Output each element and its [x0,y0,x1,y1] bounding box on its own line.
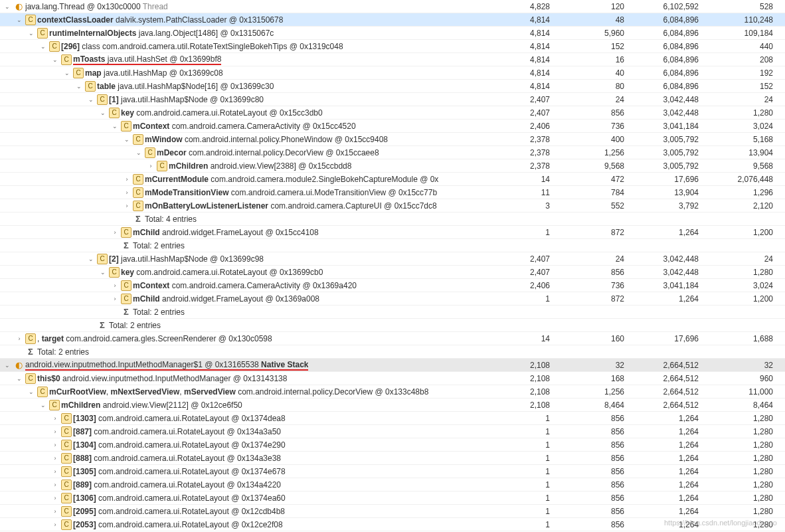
tree-row[interactable]: ⌄CmChildren android.view.View[2112] @ 0x… [0,399,785,412]
tree-row[interactable]: ⌄◐java.lang.Thread @ 0x130c0000 Thread4,… [0,0,785,13]
tree-row[interactable]: ›CmChild android.widget.FrameLayout @ 0x… [0,226,785,239]
tree-row[interactable]: ⌄CcontextClassLoader dalvik.system.PathC… [0,13,785,27]
chevron-right-icon[interactable]: › [110,228,120,237]
tree-row[interactable]: ›CmOnBatteryLowListenerListener com.andr… [0,199,785,213]
chevron-down-icon[interactable]: ⌄ [39,400,48,410]
row-label: runtimeInternalObjects java.lang.Object[… [49,29,274,38]
tree-row[interactable]: ⌄CmCurRootView, mNextServedView, mServed… [0,385,785,399]
chevron-down-icon[interactable]: ⌄ [74,82,84,91]
chevron-right-icon[interactable]: › [122,175,131,184]
chevron-right-icon[interactable]: › [110,294,120,304]
class-icon: C [109,108,120,118]
metric-col-3: 1,264 [636,427,711,436]
metric-col-3: 6,084,896 [636,55,711,64]
chevron-down-icon[interactable]: ⌄ [134,148,143,157]
metric-col-2: 1,256 [562,387,636,397]
tree-row[interactable]: ›C, target com.android.camera.gles.Scree… [0,332,785,345]
row-label: android.view.inputmethod.InputMethodMana… [25,360,308,371]
tree-row[interactable]: ⌄CmWindow com.android.internal.policy.Ph… [0,133,785,146]
row-label: [2095] com.android.camera.ui.RotateLayou… [73,507,285,516]
chevron-down-icon[interactable]: ⌄ [3,361,12,370]
metric-col-3: 6,084,896 [636,68,711,78]
tree-row[interactable]: ⌄Ctable java.util.HashMap$Node[16] @ 0x1… [0,80,785,93]
chevron-down-icon[interactable]: ⌄ [98,268,108,277]
tree-row[interactable]: ›CmModeTransitionView com.android.camera… [0,186,785,199]
chevron-right-icon[interactable]: › [146,161,155,171]
tree-row[interactable]: ⌄Cthis$0 android.view.inputmethod.InputM… [0,372,785,385]
row-label: java.lang.Thread @ 0x130c0000 Thread [25,2,168,11]
tree-row[interactable]: ›C[2095] com.android.camera.ui.RotateLay… [0,505,785,518]
chevron-right-icon[interactable]: › [122,201,131,211]
chevron-down-icon[interactable]: ⌄ [62,68,72,78]
tree-row[interactable]: ⌄Ckey com.android.camera.ui.RotateLayout… [0,106,785,120]
chevron-right-icon[interactable]: › [50,467,60,476]
tree-row[interactable]: ⌄C[2] java.util.HashMap$Node @ 0x13699c9… [0,252,785,266]
chevron-down-icon[interactable]: ⌄ [27,387,36,397]
chevron-down-icon[interactable]: ⌄ [110,122,120,131]
tree-row-name: ›CmChildren android.view.View[2388] @ 0x… [0,161,487,171]
metric-col-4: 1,280 [711,467,785,476]
tree-row[interactable]: ›C[1305] com.android.camera.ui.RotateLay… [0,465,785,478]
tree-row[interactable]: ›CmCurrentModule com.android.camera.modu… [0,173,785,186]
tree-row[interactable]: ⌄CmContext com.android.camera.CameraActi… [0,120,785,133]
chevron-down-icon[interactable]: ⌄ [50,55,60,64]
tree-row[interactable]: ⌄Cmap java.util.HashMap @ 0x13699c084,81… [0,66,785,80]
metric-col-4: 3,024 [711,122,785,131]
tree-row[interactable]: ΣTotal: 4 entries [0,213,785,226]
metric-col-4: 1,280 [711,108,785,118]
chevron-down-icon[interactable]: ⌄ [122,135,131,144]
chevron-down-icon[interactable]: ⌄ [86,254,96,264]
metric-col-1: 2,407 [487,108,562,118]
chevron-down-icon[interactable]: ⌄ [86,95,96,104]
tree-row[interactable]: ›CmChild android.widget.FrameLayout @ 0x… [0,292,785,306]
tree-row[interactable]: ›C[888] com.android.camera.ui.RotateLayo… [0,452,785,465]
tree-row[interactable]: ›CmChildren android.view.View[2388] @ 0x… [0,159,785,173]
tree-row[interactable]: ›C[889] com.android.camera.ui.RotateLayo… [0,478,785,491]
tree-row[interactable]: ›C[887] com.android.camera.ui.RotateLayo… [0,425,785,438]
chevron-right-icon[interactable]: › [50,480,60,489]
tree-row[interactable]: ΣTotal: 2 entries [0,345,785,359]
chevron-right-icon[interactable]: › [50,414,60,423]
tree-row[interactable]: ΣTotal: 2 entries [0,319,785,332]
tree-row[interactable]: ›C[1304] com.android.camera.ui.RotateLay… [0,438,785,452]
chevron-down-icon[interactable]: ⌄ [3,2,12,11]
chevron-down-icon[interactable]: ⌄ [39,42,48,51]
chevron-right-icon[interactable]: › [50,427,60,436]
chevron-right-icon[interactable]: › [50,440,60,450]
metric-col-3: 1,264 [636,493,711,503]
chevron-right-icon[interactable]: › [110,281,120,290]
chevron-down-icon[interactable]: ⌄ [15,15,24,25]
chevron-right-icon[interactable]: › [50,454,60,463]
tree-row[interactable]: ⌄CmDecor com.android.internal.policy.Dec… [0,146,785,159]
chevron-down-icon[interactable]: ⌄ [27,29,36,38]
tree-row[interactable]: ⌄CruntimeInternalObjects java.lang.Objec… [0,27,785,40]
tree-row[interactable]: ⌄C[1] java.util.HashMap$Node @ 0x13699c8… [0,93,785,106]
tree-row[interactable]: ΣTotal: 2 entries [0,306,785,319]
tree-row-name: ›C[887] com.android.camera.ui.RotateLayo… [0,426,487,437]
metric-col-4: 109,184 [711,29,785,38]
chevron-down-icon[interactable]: ⌄ [98,108,108,118]
tree-row[interactable]: ›C[1303] com.android.camera.ui.RotateLay… [0,412,785,425]
tree-row[interactable]: ⌄Ckey com.android.camera.ui.RotateLayout… [0,266,785,279]
metric-col-2: 152 [562,42,636,51]
metric-col-3: 1,264 [636,228,711,237]
metric-col-4: 24 [711,95,785,104]
tree-row[interactable]: ΣTotal: 2 entries [0,239,785,252]
chevron-right-icon[interactable]: › [50,507,60,516]
tree-row[interactable]: ⌄C[296] class com.android.camera.util.Ro… [0,40,785,53]
tree-row[interactable]: ›C[1306] com.android.camera.ui.RotateLay… [0,491,785,505]
metric-col-1: 1 [487,294,562,304]
tree-row-name: ⌄CmContext com.android.camera.CameraActi… [0,121,487,132]
tree-row[interactable]: ⌄CmToasts java.util.HashSet @ 0x13699bf8… [0,53,785,66]
chevron-right-icon[interactable]: › [15,334,24,343]
tree-row[interactable]: ›CmContext com.android.camera.CameraActi… [0,279,785,292]
tree-row[interactable]: ⌄◐android.view.inputmethod.InputMethodMa… [0,359,785,372]
metric-col-1: 2,378 [487,135,562,144]
chevron-right-icon[interactable]: › [50,520,60,529]
metric-col-2: 856 [562,467,636,476]
row-label: mChild android.widget.FrameLayout @ 0x15… [133,228,319,237]
metric-col-3: 3,792 [636,201,711,211]
chevron-right-icon[interactable]: › [122,188,131,197]
chevron-down-icon[interactable]: ⌄ [15,374,24,383]
chevron-right-icon[interactable]: › [50,493,60,503]
